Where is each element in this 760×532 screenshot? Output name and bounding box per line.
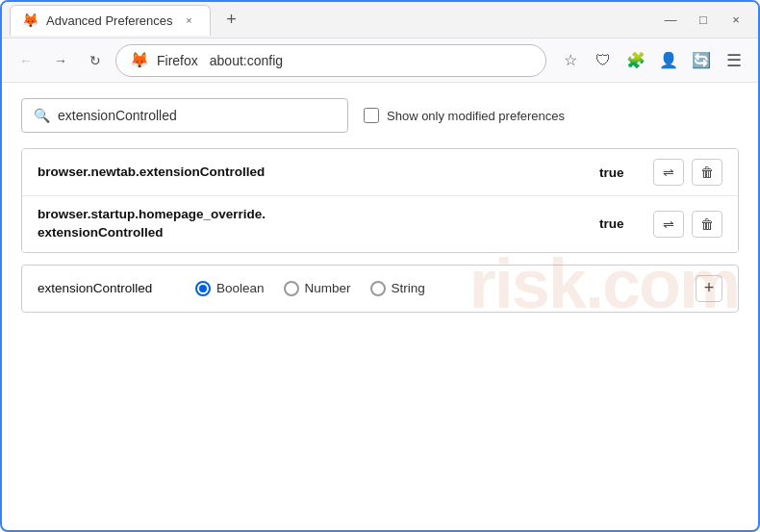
pref-value-2: true [599,216,638,231]
tab-favicon: 🦊 [22,13,38,28]
shield-icon[interactable]: 🛡 [589,46,618,75]
firefox-logo-icon: 🦊 [130,51,149,69]
profile-icon[interactable]: 👤 [654,46,683,75]
search-icon: 🔍 [34,108,50,123]
address-bar[interactable]: 🦊 Firefox about:config [115,44,546,77]
string-radio-option[interactable]: String [370,281,425,296]
table-row: browser.startup.homepage_override.extens… [22,196,738,252]
pref-name-2: browser.startup.homepage_override.extens… [38,206,584,242]
extension-icon[interactable]: 🧩 [621,46,650,75]
new-tab-button[interactable]: + [218,7,245,34]
window-controls: — □ × [656,7,750,34]
add-preference-row: extensionControlled Boolean Number Strin… [21,265,739,313]
number-radio-circle [284,281,299,296]
close-window-button[interactable]: × [722,7,750,34]
delete-button-2[interactable]: 🗑 [692,211,722,238]
new-pref-name: extensionControlled [38,281,172,295]
nav-bar: ← → ↻ 🦊 Firefox about:config ☆ 🛡 🧩 👤 🔄 ☰ [2,38,758,83]
title-bar: 🦊 Advanced Preferences × + — □ × [2,2,758,38]
row-1-actions: ⇌ 🗑 [653,159,722,186]
add-preference-button[interactable]: + [696,275,722,302]
search-row: 🔍 Show only modified preferences [21,98,739,133]
search-box[interactable]: 🔍 [21,98,348,133]
number-label: Number [305,281,351,295]
sync-icon[interactable]: 🔄 [687,46,716,75]
show-modified-checkbox[interactable] [364,108,379,123]
boolean-radio-circle [195,281,211,296]
string-radio-circle [370,281,386,296]
tab-title: Advanced Preferences [46,13,173,28]
minimize-button[interactable]: — [656,7,685,34]
string-label: String [392,281,425,295]
close-tab-button[interactable]: × [181,12,198,29]
browser-tab[interactable]: 🦊 Advanced Preferences × [10,5,211,36]
toggle-button-1[interactable]: ⇌ [653,159,684,186]
nav-icons: ☆ 🛡 🧩 👤 🔄 ☰ [556,46,748,75]
pref-value-1: true [599,165,638,180]
boolean-radio-option[interactable]: Boolean [195,281,265,296]
forward-button[interactable]: → [46,46,75,75]
browser-name: Firefox [157,53,198,68]
table-row: browser.newtab.extensionControlled true … [22,149,738,196]
row-2-actions: ⇌ 🗑 [653,211,722,238]
type-radio-group: Boolean Number String [195,281,425,296]
delete-button-1[interactable]: 🗑 [692,159,722,186]
maximize-button[interactable]: □ [689,7,718,34]
search-input[interactable] [58,108,336,123]
reload-button[interactable]: ↻ [81,46,110,75]
url-display: about:config [210,53,283,68]
results-table: browser.newtab.extensionControlled true … [21,148,739,253]
back-button[interactable]: ← [12,46,40,75]
toggle-button-2[interactable]: ⇌ [653,211,684,238]
content-area: 🔍 Show only modified preferences browser… [2,83,758,328]
show-modified-label: Show only modified preferences [387,109,565,123]
show-modified-checkbox-row: Show only modified preferences [364,108,565,123]
number-radio-option[interactable]: Number [284,281,351,296]
bookmark-icon[interactable]: ☆ [556,46,585,75]
boolean-label: Boolean [216,281,265,295]
menu-button[interactable]: ☰ [720,46,748,75]
pref-name-1: browser.newtab.extensionControlled [38,164,584,182]
